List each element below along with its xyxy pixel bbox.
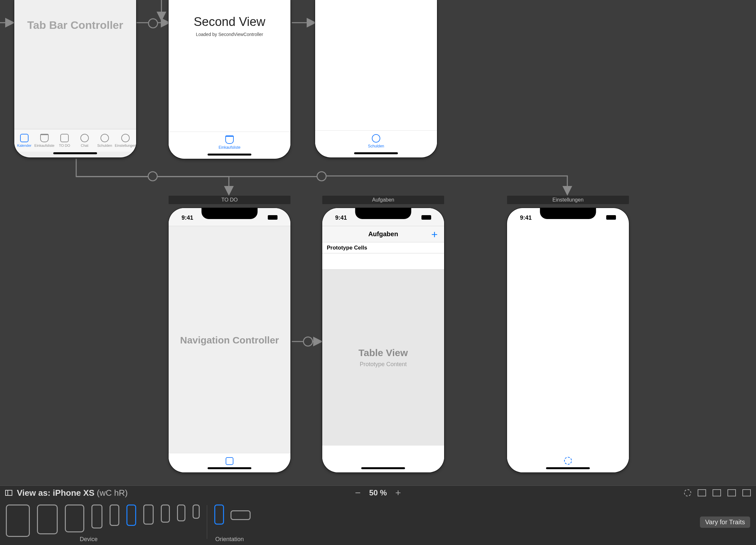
device-group-label: Device bbox=[80, 536, 98, 543]
navigation-bar: Aufgaben + bbox=[322, 226, 444, 243]
panel-toggle-icon[interactable] bbox=[5, 490, 12, 496]
second-view-title: Second View bbox=[169, 15, 290, 29]
device-iphone-xs[interactable] bbox=[126, 504, 136, 526]
bottom-tab-area bbox=[169, 453, 290, 472]
euro-icon bbox=[372, 134, 380, 143]
orientation-group bbox=[214, 504, 251, 525]
tabbar: Kalender Einkaufsliste TO DO Chat Schuld… bbox=[14, 129, 136, 152]
pin-icon[interactable] bbox=[727, 489, 736, 496]
separator bbox=[207, 505, 207, 539]
device-iphone-xs-max[interactable] bbox=[91, 504, 102, 528]
active-tab-indicator[interactable]: Schulden bbox=[315, 130, 437, 152]
view-as-label[interactable]: View as: iPhone XS (wC hR) bbox=[17, 488, 128, 498]
resolve-issues-icon[interactable] bbox=[742, 489, 751, 496]
orientation-landscape[interactable] bbox=[230, 510, 251, 520]
battery-icon bbox=[421, 215, 431, 220]
tab-schulden[interactable]: Schulden bbox=[95, 129, 115, 152]
tab-label: Kalender bbox=[17, 144, 31, 148]
notch bbox=[355, 208, 411, 219]
device-bar-body: Device Orientation Vary for Traits bbox=[0, 500, 756, 545]
svg-point-5 bbox=[148, 172, 157, 181]
device-ipad-pro-12[interactable] bbox=[6, 504, 30, 537]
basket-icon bbox=[40, 134, 49, 142]
tabbar-controller-label: Tab Bar Controller bbox=[14, 19, 136, 31]
status-time: 9:41 bbox=[520, 215, 532, 221]
nav-title: Aufgaben bbox=[368, 231, 398, 238]
basket-icon bbox=[225, 136, 234, 144]
tab-todo[interactable]: TO DO bbox=[54, 129, 75, 152]
align-icon[interactable] bbox=[713, 489, 721, 496]
zoom-in-button[interactable]: + bbox=[395, 487, 401, 498]
euro-icon bbox=[100, 134, 109, 142]
zoom-controls: − 50 % + bbox=[355, 487, 401, 498]
home-indicator bbox=[207, 154, 251, 156]
scene-einstellungen[interactable]: 9:41 bbox=[507, 208, 629, 472]
orientation-group-label: Orientation bbox=[215, 536, 244, 543]
tab-label: TO DO bbox=[59, 144, 70, 148]
table-view-placeholder: Table View Prototype Content bbox=[322, 270, 444, 445]
tab-label: Schulden bbox=[368, 144, 384, 148]
list-icon bbox=[226, 457, 233, 465]
tab-label: Einkaufsliste bbox=[34, 144, 54, 148]
table-view-title: Table View bbox=[359, 347, 408, 358]
viewas-device: iPhone XS bbox=[53, 488, 95, 498]
notch bbox=[202, 208, 258, 219]
add-button[interactable]: + bbox=[431, 229, 438, 240]
zoom-level: 50 % bbox=[369, 488, 387, 497]
tab-chat[interactable]: Chat bbox=[75, 129, 95, 152]
orientation-portrait[interactable] bbox=[214, 504, 224, 525]
device-iphone-8[interactable] bbox=[161, 504, 170, 523]
scene-tabbar-controller[interactable]: Tab Bar Controller Kalender Einkaufslist… bbox=[14, 0, 136, 158]
embed-in-icon[interactable] bbox=[698, 489, 706, 496]
scene-aufgaben-tableview[interactable]: 9:41 Aufgaben + Prototype Cells Table Vi… bbox=[322, 208, 444, 472]
home-indicator bbox=[354, 152, 398, 154]
update-frames-icon[interactable] bbox=[684, 489, 691, 496]
device-configuration-bar: View as: iPhone XS (wC hR) − 50 % + Devi… bbox=[0, 485, 756, 545]
tab-kalender[interactable]: Kalender bbox=[14, 129, 34, 152]
scene-schulden[interactable]: Schulden bbox=[315, 0, 437, 158]
scene-title-einstellungen[interactable]: Einstellungen bbox=[507, 196, 629, 204]
home-indicator bbox=[546, 467, 590, 469]
tab-label: Einstellungen bbox=[115, 144, 136, 148]
tab-einstellungen[interactable]: Einstellungen bbox=[115, 129, 136, 152]
svg-point-7 bbox=[303, 337, 313, 346]
tab-label: Schulden bbox=[97, 144, 112, 148]
home-indicator bbox=[53, 152, 97, 154]
status-time: 9:41 bbox=[182, 215, 193, 221]
prototype-cell[interactable] bbox=[322, 254, 444, 270]
table-view-subtitle: Prototype Content bbox=[360, 361, 407, 368]
home-indicator bbox=[361, 467, 405, 469]
second-view-subtitle: Loaded by SecondViewController bbox=[169, 32, 290, 37]
device-iphone-se[interactable] bbox=[177, 504, 185, 521]
battery-icon bbox=[268, 215, 278, 220]
home-indicator bbox=[207, 467, 251, 469]
status-time: 9:41 bbox=[335, 215, 347, 221]
viewas-traits: (wC hR) bbox=[94, 488, 128, 498]
active-tab-indicator[interactable]: Einkaufsliste bbox=[169, 132, 290, 153]
tab-einkaufsliste[interactable]: Einkaufsliste bbox=[34, 129, 54, 152]
bottom-tab-area bbox=[507, 453, 629, 472]
storyboard-canvas[interactable]: Tab Bar Controller Kalender Einkaufslist… bbox=[0, 0, 756, 545]
device-iphone-4s[interactable] bbox=[193, 504, 200, 519]
calendar-icon bbox=[20, 134, 29, 142]
tab-label: Chat bbox=[81, 144, 88, 148]
scene-title-aufgaben[interactable]: Aufgaben bbox=[322, 196, 444, 204]
viewas-prefix: View as: bbox=[17, 488, 53, 498]
device-ipad-pro-11[interactable] bbox=[37, 504, 58, 534]
battery-icon bbox=[606, 215, 616, 220]
svg-point-4 bbox=[148, 19, 158, 28]
vary-for-traits-button[interactable]: Vary for Traits bbox=[700, 516, 750, 528]
navigation-controller-label: Navigation Controller bbox=[169, 335, 290, 346]
layout-tools bbox=[684, 489, 751, 496]
device-ipad[interactable] bbox=[65, 504, 84, 532]
svg-point-6 bbox=[317, 172, 326, 181]
device-iphone-xr[interactable] bbox=[110, 504, 119, 526]
device-bar-top: View as: iPhone XS (wC hR) − 50 % + bbox=[0, 486, 756, 500]
chat-icon bbox=[80, 134, 89, 142]
scene-title-todo[interactable]: TO DO bbox=[169, 196, 290, 204]
scene-navigation-controller[interactable]: 9:41 Navigation Controller bbox=[169, 208, 290, 472]
zoom-out-button[interactable]: − bbox=[355, 487, 361, 498]
device-iphone-8-plus[interactable] bbox=[143, 504, 154, 525]
scene-second-view[interactable]: Second View Loaded by SecondViewControll… bbox=[169, 0, 290, 159]
notch bbox=[540, 208, 596, 219]
